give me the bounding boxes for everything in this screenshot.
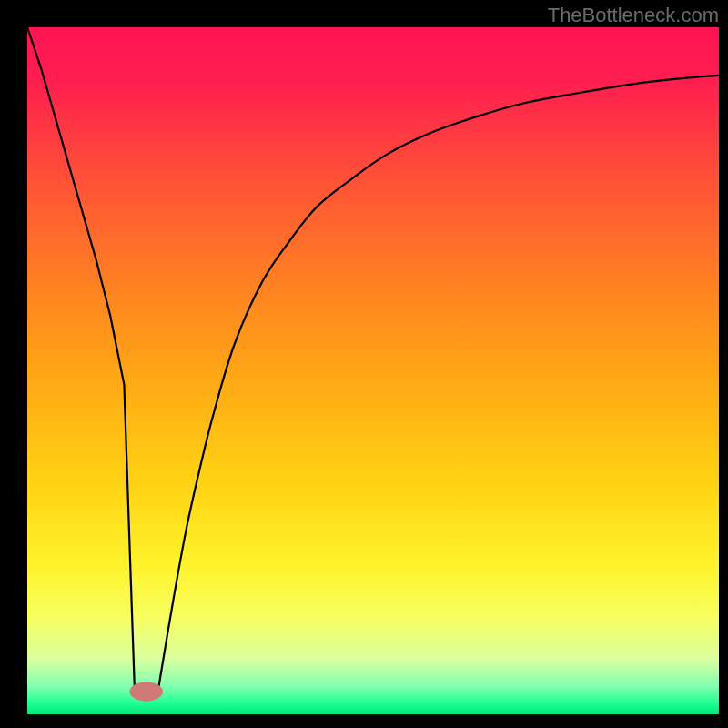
chart-svg bbox=[0, 0, 728, 728]
watermark-text: TheBottleneck.com bbox=[548, 4, 719, 27]
vertex-marker bbox=[129, 682, 162, 702]
chart-container: TheBottleneck.com bbox=[0, 0, 728, 728]
